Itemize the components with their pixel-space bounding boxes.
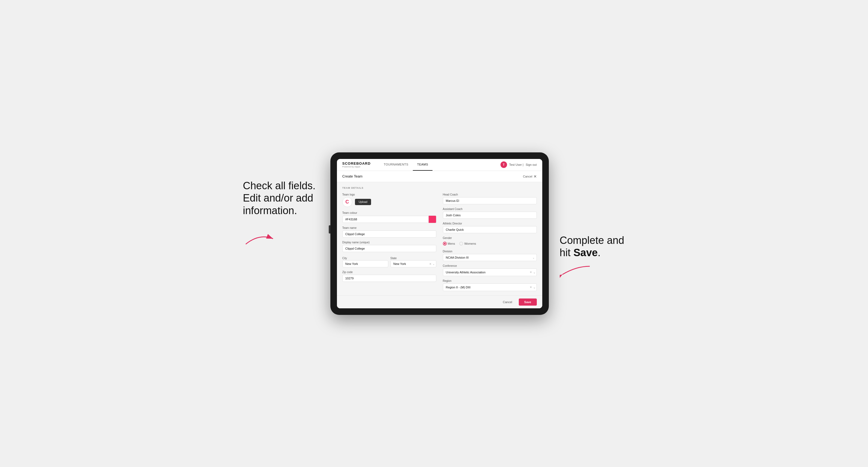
left-arrow-indicator xyxy=(243,230,319,248)
head-coach-group: Head Coach xyxy=(443,193,537,204)
assistant-coach-group: Assistant Coach xyxy=(443,208,537,219)
navbar: SCOREBOARD Powered by clippd TOURNAMENTS… xyxy=(337,159,542,171)
zip-group: Zip code xyxy=(342,271,436,282)
zip-input[interactable] xyxy=(342,275,436,282)
form-footer: Cancel Save xyxy=(337,295,542,308)
gender-radio-group: Mens Womens xyxy=(443,241,537,247)
team-name-group: Team name xyxy=(342,226,436,238)
upload-button[interactable]: Upload xyxy=(355,199,371,205)
chevron-down-icon[interactable]: ⌄ xyxy=(433,262,435,265)
annotation-left-text: Check all fields. Edit and/or add inform… xyxy=(243,180,319,217)
section-label: TEAM DETAILS xyxy=(342,187,537,189)
footer-cancel-button[interactable]: Cancel xyxy=(499,299,517,306)
conference-controls: ✕ ⌄ xyxy=(530,270,536,274)
gender-group: Gender Mens Womens xyxy=(443,237,537,247)
tab-tournaments[interactable]: TOURNAMENTS xyxy=(379,159,412,171)
form-left-column: Team logo C Upload Team colour xyxy=(342,193,436,291)
team-name-label: Team name xyxy=(342,226,436,229)
clear-icon[interactable]: ✕ xyxy=(429,262,431,265)
color-text-input[interactable] xyxy=(342,216,429,223)
athletic-director-input[interactable] xyxy=(443,226,537,233)
brand-name: SCOREBOARD xyxy=(342,161,371,165)
conference-value: University Athletic Association xyxy=(446,271,486,274)
radio-mens-label: Mens xyxy=(448,242,455,245)
region-controls: ✕ ⌄ xyxy=(530,285,536,289)
cancel-header-button[interactable]: Cancel ✕ xyxy=(523,174,536,179)
team-logo-label: Team logo xyxy=(342,193,436,196)
form-area: TEAM DETAILS Team logo C Upload xyxy=(337,182,542,295)
right-arrow-indicator xyxy=(560,263,625,281)
gender-label: Gender xyxy=(443,237,537,240)
logo-section: C Upload xyxy=(342,197,436,207)
user-avatar: T xyxy=(500,161,507,168)
head-coach-input[interactable] xyxy=(443,197,537,204)
region-value: Region II - (M) DIII xyxy=(446,286,470,289)
city-input[interactable] xyxy=(342,260,388,268)
clear-icon[interactable]: ✕ xyxy=(530,271,532,274)
division-select[interactable]: NCAA Division III xyxy=(443,254,537,261)
color-input-wrapper xyxy=(342,216,436,223)
brand-logo: SCOREBOARD Powered by clippd xyxy=(342,161,371,168)
city-state-group: City State ✕ ⌄ xyxy=(342,255,436,268)
chevron-down-icon[interactable]: ⌄ xyxy=(533,270,536,274)
athletic-director-group: Athletic Director xyxy=(443,222,537,233)
city-label: City xyxy=(342,257,347,260)
conference-select-wrapper: University Athletic Association ✕ ⌄ xyxy=(443,269,537,276)
logo-circle: C xyxy=(342,197,352,207)
conference-display[interactable]: University Athletic Association xyxy=(443,269,537,276)
brand-subtitle: Powered by clippd xyxy=(342,165,371,168)
city-group: City xyxy=(342,255,388,268)
athletic-director-label: Athletic Director xyxy=(443,222,537,225)
display-name-input[interactable] xyxy=(342,245,436,252)
region-label: Region xyxy=(443,279,537,282)
team-colour-group: Team colour xyxy=(342,211,436,223)
page-title: Create Team xyxy=(342,174,363,178)
zip-label: Zip code xyxy=(342,271,436,274)
region-group: Region Region II - (M) DIII ✕ ⌄ xyxy=(443,279,537,291)
team-logo-group: Team logo C Upload xyxy=(342,193,436,208)
display-name-label: Display name (unique) xyxy=(342,241,436,244)
form-right-column: Head Coach Assistant Coach Athletic Dire… xyxy=(443,193,537,291)
color-swatch[interactable] xyxy=(429,216,436,223)
state-label: State xyxy=(391,257,397,260)
annotation-right-text: Complete and hit Save. xyxy=(560,234,625,259)
state-input-controls: ✕ ⌄ xyxy=(429,262,435,265)
team-name-input[interactable] xyxy=(342,230,436,238)
region-select-wrapper: Region II - (M) DIII ✕ ⌄ xyxy=(443,283,537,291)
display-name-group: Display name (unique) xyxy=(342,241,436,252)
conference-label: Conference xyxy=(443,264,537,268)
region-display[interactable]: Region II - (M) DIII xyxy=(443,283,537,291)
division-label: Division xyxy=(443,250,537,253)
radio-mens-dot xyxy=(443,242,447,246)
chevron-down-icon[interactable]: ⌄ xyxy=(533,285,536,289)
radio-womens-label: Womens xyxy=(464,242,476,245)
radio-mens[interactable]: Mens xyxy=(443,242,455,246)
head-coach-label: Head Coach xyxy=(443,193,537,196)
user-label: Test User | xyxy=(509,163,523,166)
radio-womens-dot xyxy=(459,242,463,246)
assistant-coach-input[interactable] xyxy=(443,212,537,219)
navbar-right: T Test User | Sign out xyxy=(500,161,537,168)
create-team-header: Create Team Cancel ✕ xyxy=(337,171,542,182)
save-button[interactable]: Save xyxy=(519,299,537,306)
sign-out-link[interactable]: Sign out xyxy=(526,163,536,166)
conference-group: Conference University Athletic Associati… xyxy=(443,264,537,276)
division-group: Division NCAA Division III ⌄ xyxy=(443,250,537,261)
state-input-wrapper: ✕ ⌄ xyxy=(391,260,436,268)
close-icon: ✕ xyxy=(533,174,537,179)
clear-icon[interactable]: ✕ xyxy=(530,286,532,289)
nav-tabs: TOURNAMENTS TEAMS xyxy=(379,159,433,171)
state-group: State ✕ ⌄ xyxy=(391,255,436,268)
team-colour-label: Team colour xyxy=(342,211,436,214)
assistant-coach-label: Assistant Coach xyxy=(443,208,537,211)
radio-womens[interactable]: Womens xyxy=(459,242,476,246)
division-select-wrapper: NCAA Division III ⌄ xyxy=(443,254,537,261)
tab-teams[interactable]: TEAMS xyxy=(413,159,433,171)
